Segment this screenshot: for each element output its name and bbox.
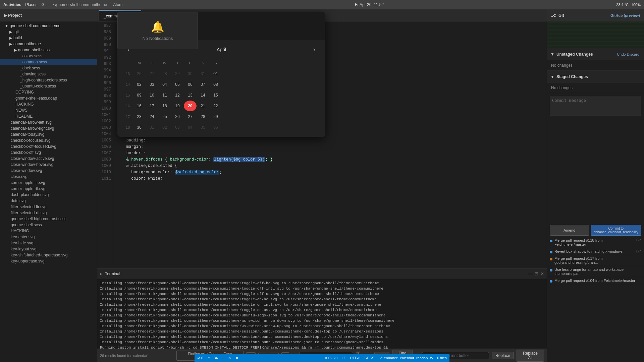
tree-item-37[interactable]: key-shift-latched-uppercase.svg [0,252,97,258]
replace-button[interactable]: Replace [492,352,514,359]
activities-btn[interactable]: Activities [3,2,21,7]
tree-item-31[interactable]: gnome-shell-high-contrast.scss [0,216,97,222]
tree-item-34[interactable]: key-enter.svg [0,234,97,240]
tree-item-30[interactable]: filter-selected-rtl.svg [0,210,97,216]
cal-day[interactable]: 13 [184,90,197,101]
cal-day[interactable]: 18 [158,101,171,111]
tree-root[interactable]: ▼gnome-shell-communitheme [0,23,97,29]
tree-item-8[interactable]: _high-contrast-colors.scss [0,77,97,83]
cal-day[interactable]: 05 [171,79,184,90]
cal-day[interactable]: 04 [158,79,171,90]
cal-day[interactable]: 21 [197,101,209,111]
tree-item-15[interactable]: calendar-arrow-left.svg [0,119,97,125]
cal-day[interactable]: 20 [184,101,197,111]
tree-item-0[interactable]: ▶.git [0,29,97,35]
github-preview-link[interactable]: GitHub (preview) [610,13,640,17]
cal-day[interactable]: 27 [146,68,158,79]
tree-item-16[interactable]: calendar-arrow-right.svg [0,125,97,131]
tree-item-5[interactable]: _common.scss [0,59,97,65]
cal-day[interactable]: 25 [158,111,171,122]
tree-item-10[interactable]: COPYING [0,89,97,95]
tree-item-2[interactable]: ▶communitheme [0,41,97,47]
undo-discard-btn[interactable]: Undo Discard [615,52,641,57]
commit-item-4[interactable]: Merge pull request #104 from Feichtmeier… [547,277,644,284]
cal-day[interactable]: 07 [197,79,209,90]
cal-day[interactable]: 02 [158,122,171,133]
cal-day[interactable]: 29 [209,111,222,122]
tree-item-23[interactable]: close-window.svg [0,168,97,174]
commit-item-1[interactable]: Revert box-shadow to match gtk windows12… [547,248,644,255]
cal-day[interactable]: 02 [133,79,146,90]
tree-item-33[interactable]: HACKING [0,228,97,234]
add-file-btn[interactable]: + [222,356,224,360]
tree-item-6[interactable]: _dock.scss [0,65,97,71]
cal-day[interactable]: 03 [146,79,158,90]
cal-day[interactable]: 24 [146,111,158,122]
cal-day[interactable]: 06 [209,122,222,133]
cal-day[interactable]: 23 [133,111,146,122]
cal-day[interactable]: 01 [146,122,158,133]
cal-day[interactable]: 14 [197,90,209,101]
cal-day[interactable]: 30 [133,122,146,133]
cal-day[interactable]: 28 [197,111,209,122]
cal-day[interactable]: 31 [197,68,209,79]
places-btn[interactable]: Places [25,2,37,7]
cal-day[interactable]: 04 [184,122,197,133]
tree-item-13[interactable]: NEWS [0,107,97,113]
cal-day[interactable]: 12 [171,90,184,101]
unstaged-header[interactable]: ▼ Unstaged Changes Undo Discard [547,48,644,60]
cal-day[interactable]: 26 [171,111,184,122]
commit-item-3[interactable]: Use less orange for alt-tab and workspac… [547,266,644,277]
terminal-minimize-btn[interactable]: — [528,271,533,276]
tree-item-7[interactable]: _drawing.scss [0,71,97,77]
cal-day[interactable]: 10 [146,90,158,101]
cal-day[interactable]: 30 [184,68,197,79]
tree-item-4[interactable]: _colors.scss [0,53,97,59]
amend-btn[interactable]: Amend [550,225,589,236]
tree-item-18[interactable]: checkbox-focused.svg [0,137,97,143]
cal-day[interactable]: 17 [146,101,158,111]
close-btn[interactable]: ✕ [235,356,238,360]
error-toggle-btn[interactable]: ⚠ [228,356,231,360]
terminal-content[interactable]: Installing /home/frederik/gnome-shell-co… [97,279,547,349]
tree-item-26[interactable]: corner-ripple-rtl.svg [0,186,97,192]
cal-day[interactable]: 16 [133,101,146,111]
tree-item-38[interactable]: key-uppercase.svg [0,258,97,264]
tree-item-14[interactable]: README [0,113,97,119]
staged-header[interactable]: ▼ Staged Changes [547,71,644,83]
commit-input[interactable] [550,96,641,116]
datetime-display[interactable]: Fr Apr 20, 11:52 [355,2,384,7]
tree-item-19[interactable]: checkbox-off-focused.svg [0,143,97,149]
cal-day[interactable]: 05 [197,122,209,133]
cal-day[interactable]: 15 [209,90,222,101]
commit-item-0[interactable]: Merge pull request #118 from Feichtmeier… [547,237,644,248]
syntax-highlight[interactable]: SCSS [365,356,375,360]
tree-item-17[interactable]: calendar-today.svg [0,131,97,137]
tree-item-36[interactable]: key-layout.svg [0,246,97,252]
cal-day[interactable]: 22 [209,101,222,111]
cal-day[interactable]: 29 [171,68,184,79]
tree-item-27[interactable]: dash-placeholder.svg [0,192,97,198]
commit-item-2[interactable]: Merge pull request #117 from godlyranchd… [547,255,644,266]
terminal-close-btn[interactable]: ✕ [540,271,544,276]
cal-day[interactable]: 28 [158,68,171,79]
cal-day[interactable]: 26 [133,68,146,79]
tree-item-25[interactable]: corner-ripple-ltr.svg [0,180,97,186]
tree-item-20[interactable]: checkbox-off.svg [0,149,97,156]
replace-all-button[interactable]: Replace All [517,350,544,362]
terminal-tile-btn[interactable]: ⊡ [535,271,538,276]
cal-next-btn[interactable]: › [311,45,317,54]
tree-item-12[interactable]: HACKING [0,101,97,107]
tree-item-32[interactable]: gnome-shell.scss [0,222,97,228]
tree-item-35[interactable]: key-hide.svg [0,240,97,246]
cal-day[interactable]: 09 [133,90,146,101]
cal-day[interactable]: 19 [171,101,184,111]
tree-item-3[interactable]: ▶gnome-shell-sass [0,47,97,53]
tree-item-21[interactable]: close-window-active.svg [0,156,97,162]
cal-day[interactable]: 01 [209,68,222,79]
tree-item-1[interactable]: ▶build [0,35,97,41]
cal-day[interactable]: 11 [158,90,171,101]
tree-item-24[interactable]: close.svg [0,174,97,180]
tree-item-22[interactable]: close-window-hover.svg [0,162,97,168]
tree-item-9[interactable]: _ubuntu-colors.scss [0,83,97,89]
